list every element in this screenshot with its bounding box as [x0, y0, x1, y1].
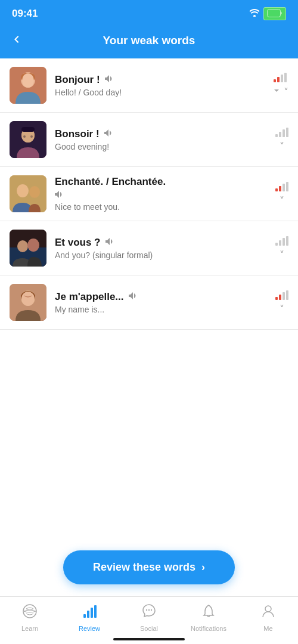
word-translation: Nice to meet you. — [55, 202, 267, 212]
nav-item-learn[interactable]: Learn — [0, 603, 60, 632]
bar-3 — [283, 292, 285, 300]
status-icons — [249, 7, 286, 20]
bar-2 — [279, 240, 281, 246]
bar-2 — [279, 132, 281, 137]
signal-bars — [275, 290, 288, 300]
me-label: Me — [263, 625, 272, 632]
bar-1 — [275, 243, 278, 246]
word-thumbnail — [10, 121, 46, 158]
bar-2 — [279, 186, 281, 191]
expand-icon[interactable]: ˅ — [280, 249, 284, 261]
me-icon — [260, 603, 276, 623]
learn-icon — [22, 603, 38, 623]
word-content: Bonsoir ! Good evening! — [55, 128, 267, 151]
bar-4 — [286, 182, 288, 191]
table-row[interactable]: Je m'appelle... My name is... ˅ — [0, 275, 298, 330]
word-phrase: Je m'appelle... — [55, 291, 124, 303]
word-actions: ˅ — [275, 236, 288, 261]
bar-3 — [283, 184, 285, 191]
word-phrase: Et vous ? — [55, 237, 101, 249]
nav-item-social[interactable]: Social — [119, 603, 179, 632]
notifications-label: Notifications — [191, 625, 226, 632]
expand-icon[interactable]: ˅ — [280, 195, 284, 206]
svg-point-13 — [30, 135, 33, 138]
expand-icon[interactable]: ˅ — [280, 141, 284, 152]
status-bar: 09:41 — [0, 0, 298, 26]
notifications-icon — [201, 603, 216, 623]
svg-rect-26 — [83, 614, 86, 618]
signal-bars — [275, 236, 288, 246]
svg-point-31 — [148, 609, 150, 610]
svg-point-25 — [23, 605, 36, 618]
signal-bars — [275, 182, 288, 191]
svg-point-30 — [146, 609, 147, 610]
word-actions: ˅ — [275, 182, 288, 206]
sound-icon[interactable] — [55, 190, 64, 200]
expand-icon[interactable]: ˅ — [280, 304, 284, 315]
word-list: Bonjour ! Hello! / Good day! ˅ — [0, 58, 298, 330]
battery-icon — [263, 7, 286, 20]
word-phrase: Bonsoir ! — [55, 128, 100, 140]
status-time: 09:41 — [12, 8, 38, 20]
sound-icon[interactable] — [129, 292, 138, 302]
review-button-label: Review these words — [93, 561, 195, 574]
svg-rect-28 — [91, 608, 93, 618]
signal-bars — [274, 73, 287, 82]
signal-bars — [275, 128, 288, 137]
table-row[interactable]: Et vous ? And you? (singular formal) ˅ — [0, 221, 298, 275]
word-content: Et vous ? And you? (singular formal) — [55, 237, 267, 260]
expand-icon[interactable]: ˅ — [272, 86, 288, 98]
svg-rect-11 — [21, 127, 35, 132]
word-translation: My name is... — [55, 305, 267, 314]
svg-point-15 — [17, 184, 29, 197]
word-content: Enchanté. / Enchantée. Nice to meet you. — [55, 176, 267, 212]
word-actions: ˅ — [275, 128, 288, 152]
word-actions: ˅ — [272, 73, 288, 98]
svg-rect-29 — [94, 605, 97, 618]
word-phrase: Enchanté. / Enchantée. — [55, 176, 166, 188]
sound-icon[interactable] — [105, 237, 115, 247]
table-row[interactable]: Enchanté. / Enchantée. Nice to meet you.… — [0, 167, 298, 221]
nav-item-notifications[interactable]: Notifications — [179, 603, 238, 632]
word-translation: Good evening! — [55, 142, 267, 151]
svg-point-16 — [29, 186, 40, 198]
word-phrase: Bonjour ! — [55, 74, 100, 86]
header: Your weak words — [0, 26, 298, 58]
svg-rect-27 — [87, 611, 89, 618]
word-translation: And you? (singular formal) — [55, 250, 267, 260]
social-icon — [141, 603, 157, 623]
svg-point-0 — [253, 15, 256, 17]
bar-2 — [279, 295, 281, 300]
review-words-button[interactable]: Review these words › — [63, 550, 235, 584]
social-label: Social — [140, 625, 158, 632]
back-button[interactable] — [10, 32, 24, 49]
sound-icon[interactable] — [104, 129, 114, 139]
sound-icon[interactable] — [105, 75, 114, 85]
svg-point-7 — [22, 73, 34, 88]
bar-3 — [281, 75, 283, 82]
bar-1 — [275, 188, 278, 191]
svg-point-32 — [151, 609, 152, 610]
review-label: Review — [79, 625, 100, 632]
bottom-nav: Learn Review Social — [0, 596, 298, 644]
table-row[interactable]: Bonjour ! Hello! / Good day! ˅ — [0, 58, 298, 113]
svg-point-20 — [27, 239, 39, 252]
table-row[interactable]: Bonsoir ! Good evening! ˅ — [0, 113, 298, 167]
bar-4 — [286, 128, 288, 137]
nav-item-review[interactable]: Review — [60, 603, 119, 632]
home-indicator — [113, 638, 185, 640]
bar-1 — [274, 79, 276, 82]
bar-3 — [283, 129, 285, 137]
word-thumbnail — [10, 67, 46, 104]
nav-item-me[interactable]: Me — [238, 603, 298, 632]
word-thumbnail — [10, 175, 46, 212]
svg-point-19 — [17, 240, 28, 252]
svg-rect-2 — [268, 10, 279, 16]
word-thumbnail — [10, 230, 46, 267]
bar-4 — [286, 290, 288, 300]
bar-1 — [275, 134, 278, 137]
svg-point-24 — [21, 292, 35, 306]
review-button-arrow: › — [201, 561, 205, 574]
wifi-icon — [249, 8, 260, 19]
word-actions: ˅ — [275, 290, 288, 315]
